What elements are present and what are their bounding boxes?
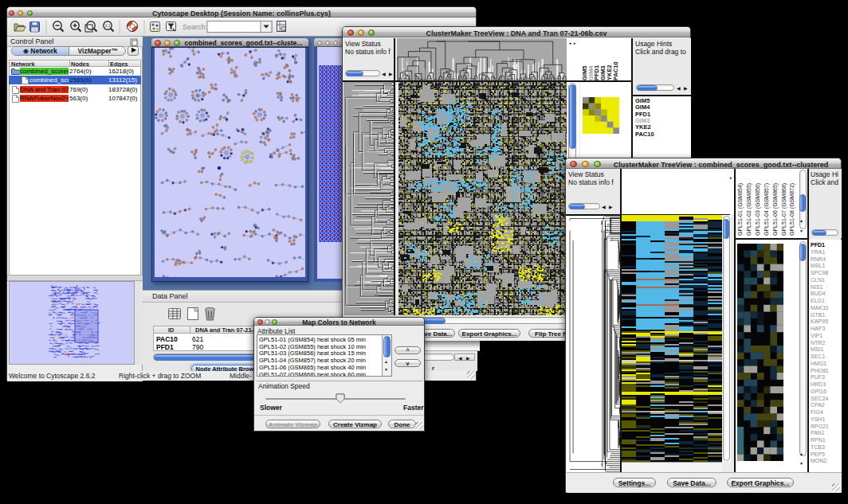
svg-text:Search:: Search: xyxy=(183,23,207,31)
svg-text:1:1: 1:1 xyxy=(105,23,111,28)
